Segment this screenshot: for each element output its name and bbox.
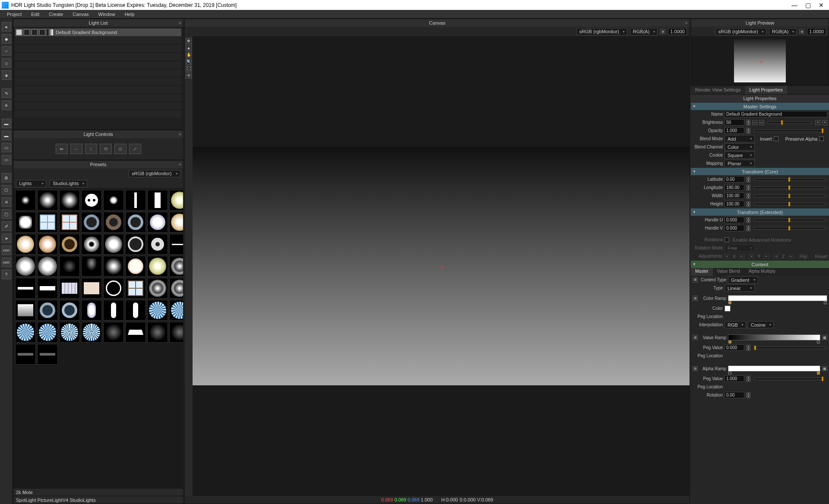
preset-colorspace-dropdown[interactable]: sRGB (rgbMonitor) [129, 170, 180, 177]
color-ramp[interactable] [728, 295, 827, 301]
preset-thumb[interactable] [37, 234, 58, 255]
plus-icon[interactable]: + [815, 120, 820, 125]
value-ramp[interactable] [728, 334, 820, 340]
preview-channel-dropdown[interactable]: RGB(A) [769, 28, 797, 35]
advanced-rotations-checkbox[interactable] [725, 237, 729, 242]
preset-thumb[interactable] [15, 322, 36, 343]
peg-value2-input[interactable] [725, 375, 744, 382]
preset-thumb[interactable] [147, 190, 168, 211]
handle-v-slider[interactable] [754, 227, 826, 230]
tool-settings-icon[interactable]: ⚙ [2, 173, 11, 183]
tool-hdr2-icon[interactable]: HDR [2, 258, 11, 267]
preset-thumb[interactable] [15, 256, 36, 277]
preset-thumb[interactable] [169, 190, 183, 211]
canvas-viewport[interactable] [193, 36, 690, 496]
spinner[interactable]: ▴▾ [746, 201, 750, 207]
preset-thumb[interactable] [103, 300, 124, 321]
cookie-dropdown[interactable]: Square [725, 151, 755, 159]
preset-thumb[interactable] [103, 256, 124, 277]
preset-thumb[interactable] [169, 234, 183, 255]
list-item[interactable] [15, 69, 181, 77]
spinner[interactable]: ▴▾ [746, 128, 750, 134]
interp-mode-dropdown[interactable]: Cosine [748, 321, 774, 328]
preset-thumb[interactable] [59, 278, 80, 299]
latitude-input[interactable] [725, 176, 744, 183]
preset-thumb[interactable] [59, 300, 80, 321]
preset-thumb[interactable] [15, 300, 36, 321]
handle-u-slider[interactable] [754, 219, 826, 221]
peg-value-input[interactable] [725, 344, 744, 351]
canvas-colorspace-dropdown[interactable]: sRGB (rgbMonitor) [576, 28, 627, 35]
preset-thumb[interactable] [169, 256, 183, 277]
list-item[interactable] [15, 86, 181, 94]
list-item[interactable] [15, 37, 181, 44]
spinner[interactable]: ▴▾ [746, 225, 750, 231]
exposure-icon[interactable]: ⊕ [660, 29, 665, 34]
spinner[interactable]: ▴▾ [746, 392, 750, 398]
preset-thumb[interactable] [37, 212, 58, 233]
expand-icon[interactable]: ⊞ [693, 296, 698, 301]
tool-delete-icon[interactable]: ✕ [2, 197, 11, 207]
preset-thumb[interactable] [81, 212, 102, 233]
blend-dropdown[interactable]: Add [725, 135, 755, 142]
light-list-item[interactable]: Default Gradient Background [15, 28, 181, 36]
preset-thumb[interactable] [81, 190, 102, 211]
preset-thumb[interactable] [37, 190, 58, 211]
handle-v-input[interactable] [725, 225, 744, 231]
maximize-button[interactable]: ▢ [805, 2, 811, 9]
tool-sun-icon[interactable]: ☀ [2, 101, 11, 110]
preset-thumb[interactable] [15, 278, 36, 299]
height-input[interactable] [725, 201, 744, 207]
opacity-input[interactable] [725, 127, 744, 134]
preview-viewport[interactable] [691, 36, 829, 85]
preset-thumb[interactable] [103, 190, 124, 211]
peg-value-slider[interactable] [754, 346, 826, 349]
expand-icon[interactable]: ⊞ [693, 366, 698, 371]
section-transform-core[interactable]: ▼Transform (Core) [691, 168, 829, 175]
preset-thumb[interactable] [125, 322, 146, 343]
menu-project[interactable]: Project [3, 11, 26, 18]
reset-tool-icon[interactable]: ⟲ [186, 72, 192, 79]
preset-thumb[interactable] [125, 278, 146, 299]
preset-thumb[interactable] [169, 212, 183, 233]
menu-canvas[interactable]: Canvas [68, 11, 93, 18]
preview-exposure[interactable]: 1.0000 [807, 28, 826, 35]
target-button[interactable]: ⊙ [114, 144, 127, 154]
preset-thumb[interactable] [59, 190, 80, 211]
lock-toggle[interactable] [32, 29, 38, 35]
link-icon[interactable]: — [752, 120, 757, 125]
preset-thumb[interactable] [125, 190, 146, 211]
preset-thumb[interactable] [81, 234, 102, 255]
section-master[interactable]: ▼Master Settings [691, 103, 829, 110]
list-item[interactable] [15, 94, 181, 102]
tool-sphere-icon[interactable]: ○ [2, 46, 11, 56]
solo-toggle[interactable] [24, 29, 30, 35]
list-item[interactable] [15, 110, 181, 118]
subtab-value-blend[interactable]: Value Blend [713, 268, 744, 276]
content-type-dropdown[interactable]: Gradient [728, 276, 758, 284]
close-icon[interactable]: × [179, 162, 181, 167]
brightness-input[interactable] [725, 119, 744, 126]
tab-light-properties[interactable]: Light Properties [745, 86, 787, 94]
move-free-button[interactable]: ⬌ [56, 144, 68, 154]
subtab-master[interactable]: Master [691, 268, 713, 276]
rotate-button[interactable]: ⟲ [100, 144, 112, 154]
preset-thumb[interactable] [103, 322, 124, 343]
preset-thumb[interactable] [103, 278, 124, 299]
spinner[interactable]: ▴▾ [746, 193, 750, 199]
preset-thumb[interactable] [59, 256, 80, 277]
tool-grad2-icon[interactable]: ▬ [2, 131, 11, 140]
preset-thumb[interactable] [147, 322, 168, 343]
tool-picker-icon[interactable]: ✎ [2, 88, 11, 98]
spinner[interactable]: ▴▾ [746, 176, 750, 183]
color-swatch[interactable] [725, 306, 731, 312]
list-item[interactable] [15, 53, 181, 61]
preset-thumb[interactable] [169, 300, 183, 321]
mapping-dropdown[interactable]: Planar [725, 160, 755, 167]
expand-icon[interactable]: ⊞ [693, 335, 698, 340]
menu-window[interactable]: Window [94, 11, 120, 18]
plus-icon[interactable]: + [822, 120, 827, 125]
list-item[interactable] [15, 45, 181, 53]
preset-thumb[interactable] [169, 278, 183, 299]
brightness-slider[interactable] [768, 121, 812, 124]
